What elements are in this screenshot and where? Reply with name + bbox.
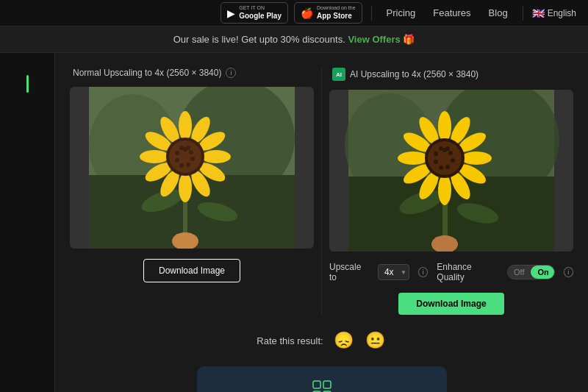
svg-rect-70	[313, 381, 320, 388]
flag-icon: 🇬🇧	[532, 7, 545, 19]
rating-section: Rate this result: 😞 😐	[70, 329, 573, 352]
svg-point-62	[434, 152, 438, 156]
svg-point-22	[189, 150, 193, 154]
svg-point-26	[175, 158, 179, 163]
blog-link[interactable]: Blog	[483, 6, 514, 20]
svg-point-60	[439, 165, 443, 170]
svg-point-61	[434, 160, 438, 164]
nav-divider-2	[523, 6, 523, 21]
comparison-panels: Normal Upscaling to 4x (2560 × 3840) i	[70, 68, 573, 315]
rating-label: Rate this result:	[257, 335, 323, 346]
upscale-select[interactable]: 4x 2x 3x	[378, 264, 409, 280]
ai-sunflower-image	[329, 90, 573, 252]
svg-point-27	[175, 151, 179, 155]
ai-download-button[interactable]: Download Image	[398, 293, 503, 315]
view-offers-link[interactable]: View Offers	[348, 34, 400, 45]
sale-banner: Our sale is live! Get upto 30% discounts…	[0, 26, 588, 53]
svg-point-59	[445, 165, 450, 169]
normal-panel-header: Normal Upscaling to 4x (2560 × 3840) i	[70, 68, 236, 78]
normal-image-container	[70, 87, 314, 249]
app-store-badge[interactable]: 🍎 Download on the App Store	[294, 2, 362, 23]
normal-sunflower-image	[70, 87, 314, 249]
upscale-controls: Upscale to 4x 2x 3x ▼ i Enhance Quality …	[329, 262, 573, 282]
normal-upscaling-panel: Normal Upscaling to 4x (2560 × 3840) i	[70, 68, 314, 315]
svg-rect-33	[187, 234, 192, 245]
svg-point-7	[179, 111, 192, 140]
language-selector[interactable]: 🇬🇧 English	[532, 7, 576, 19]
svg-point-16	[140, 150, 169, 163]
content-area: Normal Upscaling to 4x (2560 × 3840) i	[55, 53, 588, 392]
ai-image-svg	[329, 90, 573, 252]
features-link[interactable]: Features	[427, 6, 476, 20]
svg-rect-34	[193, 236, 197, 245]
svg-point-25	[179, 163, 184, 168]
upscale-info-icon[interactable]: i	[418, 267, 428, 277]
sidebar-tab-indicator	[26, 75, 29, 93]
svg-point-28	[179, 146, 184, 150]
svg-point-20	[169, 140, 201, 173]
ai-image-container	[329, 90, 573, 252]
svg-rect-68	[447, 237, 451, 248]
svg-rect-66	[435, 237, 440, 248]
normal-panel-title: Normal Upscaling to 4x (2560 × 3840)	[73, 68, 221, 78]
google-play-icon: ▶	[227, 7, 235, 19]
svg-point-24	[186, 163, 190, 167]
toggle-off-label[interactable]: Off	[508, 266, 530, 279]
svg-point-55	[428, 141, 462, 175]
toggle-on-label[interactable]: On	[531, 266, 555, 279]
svg-point-63	[439, 146, 443, 151]
left-sidebar	[0, 53, 55, 392]
ai-upscaling-panel: AI AI Upscaling to 4x (2560 × 3840)	[329, 68, 573, 315]
upscale-to-label: Upscale to	[329, 262, 369, 282]
svg-point-57	[448, 151, 453, 155]
pricing-link[interactable]: Pricing	[381, 6, 422, 20]
svg-point-42	[438, 111, 451, 142]
bulk-icon	[215, 379, 429, 392]
bulk-upscale-card: Want to Upscale Images in bulk? Get Earl…	[197, 366, 447, 392]
svg-rect-31	[176, 234, 180, 245]
apple-icon: 🍎	[301, 7, 313, 19]
rating-sad-button[interactable]: 😞	[332, 329, 355, 352]
svg-point-29	[186, 146, 190, 150]
bulk-icon-svg	[312, 379, 332, 392]
svg-point-64	[445, 146, 450, 151]
google-play-badge[interactable]: ▶ GET IT ON Google Play	[220, 2, 288, 23]
svg-point-58	[451, 158, 455, 163]
svg-point-23	[190, 157, 195, 161]
enhance-info-icon[interactable]: i	[564, 267, 573, 277]
normal-image-svg	[70, 87, 314, 249]
normal-info-icon[interactable]: i	[226, 68, 236, 78]
enhance-quality-toggle[interactable]: Off On	[507, 265, 555, 279]
svg-point-10	[201, 150, 231, 163]
svg-point-51	[398, 152, 429, 165]
svg-point-45	[461, 152, 492, 165]
svg-rect-32	[182, 232, 186, 245]
rating-neutral-button[interactable]: 😐	[364, 329, 387, 352]
svg-rect-67	[441, 235, 445, 248]
upscale-select-wrapper: 4x 2x 3x ▼	[378, 264, 409, 280]
nav-divider	[371, 6, 372, 21]
ai-panel-icon: AI	[332, 68, 345, 81]
enhance-quality-label: Enhance Quality	[437, 262, 498, 282]
svg-rect-71	[323, 381, 331, 388]
svg-point-48	[438, 174, 451, 205]
ai-panel-title: AI Upscaling to 4x (2560 × 3840)	[350, 69, 478, 79]
panel-separator	[321, 68, 322, 315]
top-navigation: ▶ GET IT ON Google Play 🍎 Download on th…	[0, 0, 588, 26]
svg-rect-69	[453, 239, 456, 248]
normal-download-button[interactable]: Download Image	[143, 259, 240, 282]
main-content: Normal Upscaling to 4x (2560 × 3840) i	[0, 53, 588, 392]
svg-point-13	[179, 173, 192, 202]
ai-panel-header: AI AI Upscaling to 4x (2560 × 3840)	[329, 68, 478, 81]
